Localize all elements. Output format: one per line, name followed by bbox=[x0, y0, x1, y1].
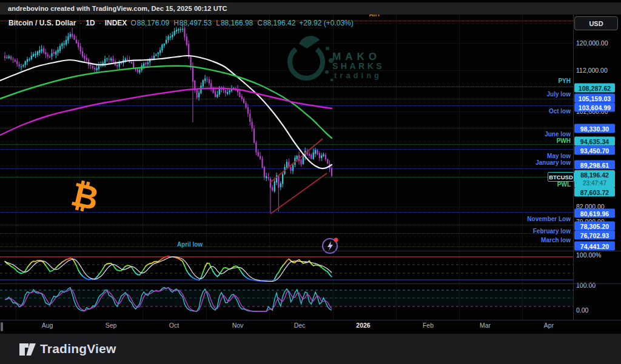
level-line bbox=[0, 149, 573, 150]
price-level-badge: 108,287.62 bbox=[574, 84, 615, 93]
bar-countdown: 23:47:47 bbox=[583, 179, 606, 187]
notification-dot bbox=[334, 238, 338, 242]
time-axis-label: Nov bbox=[232, 322, 244, 329]
price-level-badge: 76,702.93 bbox=[574, 231, 615, 240]
tradingview-logo-icon[interactable] bbox=[18, 342, 42, 357]
time-axis-label: Mar bbox=[480, 322, 491, 329]
price-level-badge: 94,635.34 bbox=[574, 137, 615, 146]
ohlc-item: C88,196.42 bbox=[257, 19, 295, 27]
grid-line-vertical bbox=[143, 15, 143, 320]
grid-line-vertical bbox=[396, 15, 397, 320]
boost-icon[interactable] bbox=[320, 234, 341, 256]
price-level-badge: 89,298.61 bbox=[574, 160, 615, 170]
level-label: PWH bbox=[557, 137, 571, 144]
symbol-badge: BTCUSD bbox=[548, 172, 574, 182]
separator-dot: · bbox=[99, 19, 101, 27]
symbol-title[interactable]: Bitcoin / U.S. Dollar bbox=[8, 19, 76, 27]
level-label: November Low bbox=[527, 216, 571, 222]
price-axis-label: 112,000.00 bbox=[576, 67, 608, 74]
tradingview-wordmark[interactable]: TradingView bbox=[40, 342, 116, 356]
price-level-badge: 78,305.20 bbox=[574, 222, 615, 231]
price-axis-label: 100.00 bbox=[576, 282, 596, 289]
level-line bbox=[0, 105, 573, 106]
level-line bbox=[0, 128, 573, 128]
price-axis-label: 100.00% bbox=[576, 251, 601, 259]
separator-dot: · bbox=[79, 19, 82, 27]
level-label: January low bbox=[535, 159, 571, 166]
pane-separator[interactable] bbox=[0, 251, 621, 251]
time-axis-label: 2026 bbox=[356, 322, 370, 329]
level-line bbox=[0, 99, 573, 99]
grid-line-horizontal bbox=[0, 43, 573, 44]
exchange-label: INDEX bbox=[105, 19, 127, 27]
level-label: PWL bbox=[557, 181, 571, 188]
grid-line-horizontal bbox=[0, 111, 573, 112]
time-axis-label: Sep bbox=[106, 322, 117, 329]
time-axis-label: Apr bbox=[544, 322, 554, 329]
level-label: Oct low bbox=[549, 108, 571, 114]
level-label: February low bbox=[533, 228, 571, 234]
footer-bar: TradingView bbox=[0, 334, 621, 364]
pane-separator[interactable] bbox=[0, 283, 621, 284]
ohlc-item: L88,166.98 bbox=[216, 19, 253, 27]
last-price-value: 88,196.42 bbox=[580, 171, 609, 179]
price-level-badge: 87,603.72 bbox=[574, 188, 615, 197]
lightning-bolt-icon bbox=[327, 241, 333, 251]
level-line bbox=[0, 225, 573, 225]
price-level-badge: 93,450.70 bbox=[574, 146, 615, 155]
ohlc-values: O88,176.09H88,497.53L88,166.98C88,196.42 bbox=[130, 19, 295, 27]
price-level-badge: 103,604.99 bbox=[574, 103, 615, 112]
watermark-line-3: trading bbox=[334, 71, 382, 80]
ohlc-item: O88,176.09 bbox=[130, 19, 169, 27]
level-label: July low bbox=[547, 91, 571, 98]
price-axis-label: 120,000.00 bbox=[576, 39, 608, 47]
ohlc-item: H88,497.53 bbox=[173, 19, 212, 27]
grid-line-vertical bbox=[459, 15, 460, 320]
grid-line-vertical bbox=[16, 15, 16, 320]
tradingview-chart-window: andrebovino created with TradingView.com… bbox=[0, 0, 621, 364]
price-level-badge: 98,330.30 bbox=[574, 124, 615, 133]
last-price-badge: 88,196.42 23:47:47 bbox=[574, 170, 615, 188]
grid-line-vertical bbox=[522, 15, 523, 320]
time-axis-label: Aug bbox=[42, 322, 53, 329]
level-line bbox=[0, 144, 573, 145]
time-axis-label: Dec bbox=[294, 322, 306, 329]
price-level-badge: 80,619.96 bbox=[574, 209, 615, 218]
pane-separator bbox=[0, 320, 621, 320]
bitcoin-logo: ₿ bbox=[68, 178, 101, 216]
grid-line-vertical bbox=[206, 15, 207, 320]
grid-line-horizontal bbox=[0, 70, 573, 71]
level-line bbox=[0, 247, 573, 247]
time-axis-label: Feb bbox=[423, 322, 434, 329]
level-line bbox=[0, 87, 573, 87]
grid-line-vertical bbox=[79, 15, 80, 320]
chart-legend: Bitcoin / U.S. Dollar · 1D · INDEX O88,1… bbox=[8, 18, 354, 27]
time-axis-handle[interactable] bbox=[1, 322, 3, 331]
attribution-bar: andrebovino created with TradingView.com… bbox=[0, 2, 621, 15]
level-label: March low bbox=[541, 237, 571, 243]
price-level-badge: 105,159.03 bbox=[574, 94, 615, 103]
change-value: +29.92 (+0.03%) bbox=[299, 19, 353, 27]
level-line bbox=[0, 233, 573, 234]
level-label: June low bbox=[545, 131, 571, 137]
attribution-text: andrebovino created with TradingView.com… bbox=[8, 5, 227, 12]
level-label: PYH bbox=[558, 78, 571, 84]
watermark-line-2: SHARKS bbox=[332, 61, 384, 71]
level-label: April low bbox=[153, 241, 226, 248]
grid-line-vertical bbox=[269, 15, 270, 320]
price-axis-label: 0.00 bbox=[576, 306, 588, 314]
price-level-badge: 74,441.20 bbox=[574, 242, 615, 251]
timeframe-label[interactable]: 1D bbox=[86, 19, 95, 27]
currency-button[interactable]: USD bbox=[574, 16, 618, 30]
time-axis-label: Oct bbox=[169, 322, 179, 329]
time-axis[interactable] bbox=[0, 320, 621, 334]
level-line bbox=[0, 168, 573, 169]
level-label: May low bbox=[547, 153, 571, 159]
